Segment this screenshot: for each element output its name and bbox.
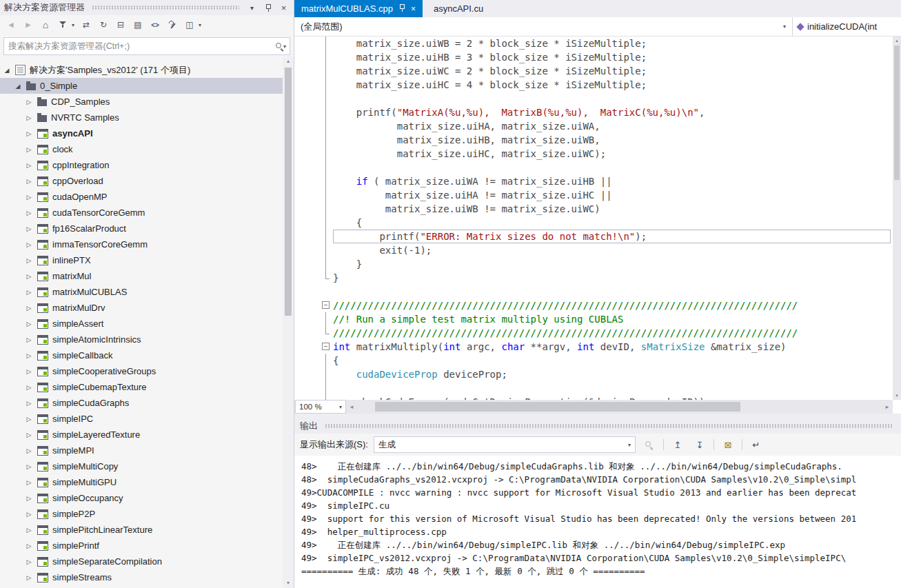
tree-item-inlineptx[interactable]: ▷inlinePTX xyxy=(0,252,283,268)
clear-all-icon[interactable]: ⊠ xyxy=(720,437,736,452)
tree-item-simplecubemaptexture[interactable]: ▷simpleCubemapTexture xyxy=(0,379,283,395)
preview-selected-items-icon[interactable]: ◫ xyxy=(184,19,195,31)
tree-item-simplestreams[interactable]: ▷simpleStreams xyxy=(0,569,283,585)
expanded-arrow-icon[interactable]: ◢ xyxy=(3,67,11,74)
collapsed-arrow-icon[interactable]: ▷ xyxy=(25,146,33,153)
code-line[interactable]: //! Run a simple test matrix multiply us… xyxy=(294,312,893,326)
code-line[interactable]: matrix_size.uiHB, matrix_size.uiWB, xyxy=(294,133,893,147)
fold-gutter[interactable]: − xyxy=(294,298,333,312)
pin-tab-icon[interactable] xyxy=(398,3,405,14)
panel-splitter[interactable] xyxy=(294,414,901,418)
fold-gutter[interactable]: − xyxy=(294,340,333,354)
scroll-down-icon[interactable]: ▾ xyxy=(283,578,294,588)
collapsed-arrow-icon[interactable]: ▷ xyxy=(25,241,33,248)
code-line[interactable]: matrix_size.uiHC = 4 * block_size * iSiz… xyxy=(294,78,893,92)
fold-collapse-icon[interactable]: − xyxy=(322,343,330,350)
code-line[interactable]: printf("MatrixA(%u,%u), MatrixB(%u,%u), … xyxy=(294,105,893,119)
solution-tree-scrollbar[interactable]: ▴ ▾ xyxy=(283,57,294,588)
collapsed-arrow-icon[interactable]: ▷ xyxy=(25,162,33,169)
code-line[interactable]: −///////////////////////////////////////… xyxy=(294,298,893,312)
collapsed-arrow-icon[interactable]: ▷ xyxy=(25,527,33,534)
view-code-icon[interactable]: <> xyxy=(150,19,161,31)
code-line[interactable]: cudaDeviceProp deviceProp; xyxy=(294,367,893,381)
member-dropdown[interactable]: initializeCUDA(int xyxy=(793,17,901,36)
tree-item-simpleassert[interactable]: ▷simpleAssert xyxy=(0,316,283,332)
tree-item-matrixmuldrv[interactable]: ▷matrixMulDrv xyxy=(0,300,283,316)
code-line[interactable]: ////////////////////////////////////////… xyxy=(294,326,893,340)
scrollbar-thumb[interactable] xyxy=(375,402,740,412)
auto-hide-pin-icon[interactable] xyxy=(262,2,274,14)
code-line[interactable]: matrix_size.uiWB != matrix_size.uiWC) xyxy=(294,202,893,216)
collapsed-arrow-icon[interactable]: ▷ xyxy=(25,479,33,486)
tree-item-simplempi[interactable]: ▷simpleMPI xyxy=(0,443,283,458)
tree-item-simplemulticopy[interactable]: ▷simpleMultiCopy xyxy=(0,458,283,474)
toolbar-overflow-caret-icon[interactable]: ▾ xyxy=(199,22,201,28)
code-line[interactable] xyxy=(294,92,893,105)
scrollbar-thumb[interactable] xyxy=(285,68,292,316)
collapsed-arrow-icon[interactable]: ▷ xyxy=(25,432,33,438)
prev-message-icon[interactable]: ↥ xyxy=(669,437,686,452)
output-log[interactable]: 48> 正在创建库 ../../bin/win64/Debug/simpleCu… xyxy=(294,456,901,588)
find-message-icon[interactable] xyxy=(641,437,658,452)
collapsed-arrow-icon[interactable]: ▷ xyxy=(25,463,33,470)
code-line[interactable]: matrix_size.uiHB = 3 * block_size * iSiz… xyxy=(294,50,893,64)
scroll-left-icon[interactable]: ◂ xyxy=(346,403,357,410)
code-line[interactable]: matrix_size.uiWB = 2 * block_size * iSiz… xyxy=(294,37,893,50)
code-line[interactable]: } xyxy=(294,271,893,285)
window-position-icon[interactable]: ▾ xyxy=(246,2,258,14)
filter-caret-icon[interactable]: ▾ xyxy=(72,22,74,28)
collapsed-arrow-icon[interactable]: ▷ xyxy=(25,289,33,296)
code-line[interactable]: if ( matrix_size.uiWA != matrix_size.uiH… xyxy=(294,174,893,188)
close-tab-icon[interactable]: × xyxy=(411,5,416,13)
tree-item-simplemultigpu[interactable]: ▷simpleMultiGPU xyxy=(0,474,283,490)
tree-item-simplecooperativegroups[interactable]: ▷simpleCooperativeGroups xyxy=(0,363,283,379)
collapsed-arrow-icon[interactable]: ▷ xyxy=(25,447,33,454)
tree-item-simpleseparatecompilation[interactable]: ▷simpleSeparateCompilation xyxy=(0,554,283,569)
expanded-arrow-icon[interactable]: ◢ xyxy=(14,83,22,90)
code-line[interactable]: matrix_size.uiHA != matrix_size.uiHC || xyxy=(294,188,893,202)
tab-matrixmulcublas-cpp[interactable]: matrixMulCUBLAS.cpp × xyxy=(294,0,423,17)
solution-node[interactable]: ◢解决方案'Samples_vs2012' (171 个项目) xyxy=(0,62,283,78)
scroll-down-icon[interactable]: ▾ xyxy=(893,392,901,400)
tree-item-simpleipc[interactable]: ▷simpleIPC xyxy=(0,411,283,427)
tree-item-matrixmul[interactable]: ▷matrixMul xyxy=(0,268,283,284)
refresh-icon[interactable]: ↻ xyxy=(98,19,109,31)
word-wrap-icon[interactable]: ↵ xyxy=(748,437,765,452)
tree-item-simplecallback[interactable]: ▷simpleCallback xyxy=(0,347,283,363)
code-line[interactable]: { xyxy=(294,216,893,230)
collapsed-arrow-icon[interactable]: ▷ xyxy=(25,384,33,391)
code-line[interactable]: checkCudaErrors(cudaGetDeviceProperties(… xyxy=(294,395,893,400)
collapsed-arrow-icon[interactable]: ▷ xyxy=(25,400,33,407)
tree-item-immatensorcoregemm[interactable]: ▷immaTensorCoreGemm xyxy=(0,236,283,252)
collapsed-arrow-icon[interactable]: ▷ xyxy=(25,416,33,423)
search-icon[interactable] xyxy=(275,42,284,51)
output-source-dropdown[interactable]: 生成 ▾ xyxy=(374,436,636,453)
tree-item-simplelayeredtexture[interactable]: ▷simpleLayeredTexture xyxy=(0,427,283,443)
code-line[interactable]: { xyxy=(294,354,893,367)
collapsed-arrow-icon[interactable]: ▷ xyxy=(25,210,33,216)
tree-item-cppoverload[interactable]: ▷cppOverload xyxy=(0,173,283,189)
forward-icon[interactable]: ► xyxy=(23,19,34,31)
collapsed-arrow-icon[interactable]: ▷ xyxy=(25,511,33,518)
search-input[interactable]: 搜索解决方案资源管理器(Ctrl+;) ▾ xyxy=(3,37,290,55)
code-line[interactable]: matrix_size.uiHC, matrix_size.uiWC); xyxy=(294,147,893,161)
output-title-bar[interactable]: 输出 xyxy=(294,418,901,434)
tree-item-simpleprintf[interactable]: ▷simplePrintf xyxy=(0,538,283,554)
scroll-up-icon[interactable]: ▴ xyxy=(893,37,901,45)
code-line[interactable] xyxy=(294,161,893,174)
code-line[interactable]: } xyxy=(294,257,893,271)
collapsed-arrow-icon[interactable]: ▷ xyxy=(25,178,33,185)
collapsed-arrow-icon[interactable]: ▷ xyxy=(25,543,33,549)
collapsed-arrow-icon[interactable]: ▷ xyxy=(25,114,33,121)
tree-item-fp16scalarproduct[interactable]: ▷fp16ScalarProduct xyxy=(0,221,283,236)
properties-icon[interactable] xyxy=(167,19,178,31)
tree-item-cppintegration[interactable]: ▷cppIntegration xyxy=(0,157,283,173)
scroll-right-icon[interactable]: ▸ xyxy=(882,403,893,410)
collapsed-arrow-icon[interactable]: ▷ xyxy=(25,305,33,312)
current-code-line[interactable]: printf("ERROR: Matrix sizes do not match… xyxy=(294,230,893,243)
collapsed-arrow-icon[interactable]: ▷ xyxy=(25,194,33,201)
collapsed-arrow-icon[interactable]: ▷ xyxy=(25,257,33,264)
code-editor[interactable]: matrix_size.uiWB = 2 * block_size * iSiz… xyxy=(294,37,893,400)
collapsed-arrow-icon[interactable]: ▷ xyxy=(25,225,33,232)
collapsed-arrow-icon[interactable]: ▷ xyxy=(25,336,33,343)
